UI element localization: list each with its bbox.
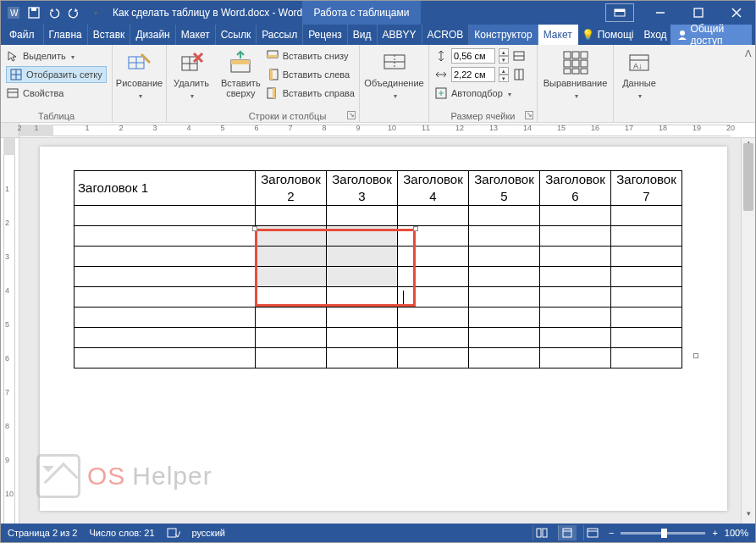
table-cell[interactable] bbox=[74, 247, 256, 267]
tab-table-design[interactable]: Конструктор bbox=[469, 25, 538, 45]
status-words[interactable]: Число слов: 21 bbox=[89, 528, 154, 538]
tellme-icon[interactable]: 💡 bbox=[582, 29, 594, 41]
ribbon-display-options-icon[interactable] bbox=[605, 3, 634, 22]
table-header-cell[interactable]: Заголовок5 bbox=[469, 171, 540, 206]
zoom-in-icon[interactable]: + bbox=[712, 528, 717, 538]
insert-below-button[interactable]: Вставить снизу bbox=[266, 47, 355, 64]
table-cell[interactable] bbox=[398, 328, 469, 348]
spin-down-icon[interactable]: ▾ bbox=[499, 75, 509, 82]
table-cell[interactable] bbox=[469, 287, 540, 308]
table-cell[interactable] bbox=[469, 247, 540, 267]
table-cell[interactable] bbox=[540, 247, 611, 267]
row-height-field[interactable]: ▴▾ bbox=[434, 47, 532, 64]
table-cell[interactable] bbox=[256, 267, 327, 287]
table-cell[interactable] bbox=[398, 348, 469, 368]
tab-design[interactable]: Дизайн bbox=[130, 25, 175, 45]
insert-above-button[interactable]: Вставить сверху bbox=[221, 47, 261, 98]
table-cell[interactable] bbox=[327, 348, 398, 368]
table-cell[interactable] bbox=[327, 287, 398, 308]
table-cell[interactable] bbox=[611, 308, 682, 328]
tab-table-layout[interactable]: Макет bbox=[538, 25, 578, 45]
dialog-launcher-icon[interactable]: ↘ bbox=[347, 111, 356, 119]
table-cell[interactable] bbox=[74, 328, 256, 348]
tab-review[interactable]: Реценз bbox=[303, 25, 348, 45]
maximize-button[interactable] bbox=[679, 1, 717, 25]
document-table[interactable]: Заголовок 1Заголовок2Заголовок3Заголовок… bbox=[74, 170, 682, 368]
tab-insert[interactable]: Вставк bbox=[88, 25, 131, 45]
table-cell[interactable] bbox=[398, 287, 469, 308]
document-canvas[interactable]: Заголовок 1Заголовок2Заголовок3Заголовок… bbox=[19, 138, 741, 524]
table-header-cell[interactable]: Заголовок 1 bbox=[74, 171, 256, 206]
minimize-button[interactable] bbox=[641, 1, 679, 25]
table-cell[interactable] bbox=[611, 267, 682, 287]
select-button[interactable]: Выделить bbox=[6, 47, 107, 64]
scrollbar-vertical[interactable]: ▴ ▾ bbox=[741, 138, 755, 524]
table-cell[interactable] bbox=[540, 308, 611, 328]
resize-handle-icon[interactable] bbox=[413, 226, 418, 231]
table-cell[interactable] bbox=[611, 328, 682, 348]
table-cell[interactable] bbox=[469, 308, 540, 328]
table-header-cell[interactable]: Заголовок2 bbox=[256, 171, 327, 206]
distribute-rows-icon[interactable] bbox=[512, 49, 526, 63]
table-cell[interactable] bbox=[74, 226, 256, 247]
spin-up-icon[interactable]: ▴ bbox=[499, 67, 509, 75]
spellcheck-icon[interactable] bbox=[167, 527, 180, 539]
table-cell[interactable] bbox=[469, 348, 540, 368]
col-width-input[interactable] bbox=[451, 67, 495, 82]
row-height-input[interactable] bbox=[451, 48, 495, 64]
table-cell[interactable] bbox=[256, 206, 327, 226]
table-cell[interactable] bbox=[327, 328, 398, 348]
view-print-icon[interactable] bbox=[558, 525, 577, 540]
table-cell[interactable] bbox=[398, 226, 469, 247]
table-cell[interactable] bbox=[256, 348, 327, 368]
distribute-cols-icon[interactable] bbox=[512, 68, 526, 81]
table-cell[interactable] bbox=[469, 328, 540, 348]
table-cell[interactable] bbox=[74, 267, 256, 287]
table-cell[interactable] bbox=[540, 226, 611, 247]
table-cell[interactable] bbox=[540, 348, 611, 368]
data-button[interactable]: A↓ Данные bbox=[619, 47, 659, 102]
alignment-button[interactable]: Выравнивание bbox=[553, 47, 599, 102]
ruler-vertical[interactable]: 12345678910 bbox=[1, 138, 19, 524]
table-cell[interactable] bbox=[611, 287, 682, 308]
table-cell[interactable] bbox=[540, 267, 611, 287]
table-cell[interactable] bbox=[398, 267, 469, 287]
table-cell[interactable] bbox=[398, 206, 469, 226]
table-cell[interactable] bbox=[611, 348, 682, 368]
signin-label[interactable]: Вход bbox=[643, 29, 666, 41]
save-icon[interactable] bbox=[26, 5, 41, 20]
zoom-out-icon[interactable]: − bbox=[609, 528, 614, 538]
table-cell[interactable] bbox=[327, 226, 398, 247]
delete-button[interactable]: Удалить bbox=[172, 47, 211, 102]
zoom-slider[interactable] bbox=[621, 532, 705, 535]
table-resize-handle-icon[interactable] bbox=[693, 353, 698, 358]
table-cell[interactable] bbox=[540, 206, 611, 226]
table-cell[interactable] bbox=[74, 287, 256, 308]
redo-icon[interactable] bbox=[67, 5, 82, 20]
table-cell[interactable] bbox=[327, 247, 398, 267]
spin-up-icon[interactable]: ▴ bbox=[499, 48, 509, 56]
status-language[interactable]: русский bbox=[192, 528, 225, 538]
insert-left-button[interactable]: Вставить слева bbox=[266, 66, 355, 83]
dialog-launcher-icon[interactable]: ↘ bbox=[525, 111, 533, 119]
table-cell[interactable] bbox=[398, 308, 469, 328]
table-cell[interactable] bbox=[611, 247, 682, 267]
table-cell[interactable] bbox=[327, 308, 398, 328]
view-web-icon[interactable] bbox=[583, 525, 602, 540]
status-page[interactable]: Страница 2 из 2 bbox=[8, 528, 77, 538]
table-cell[interactable] bbox=[327, 206, 398, 226]
table-header-cell[interactable]: Заголовок6 bbox=[540, 171, 611, 206]
zoom-level[interactable]: 100% bbox=[725, 528, 748, 538]
table-header-cell[interactable]: Заголовок4 bbox=[398, 171, 469, 206]
ruler-horizontal[interactable]: 211234567891011121314151617181920 bbox=[1, 123, 755, 138]
table-cell[interactable] bbox=[540, 287, 611, 308]
table-cell[interactable] bbox=[469, 267, 540, 287]
table-cell[interactable] bbox=[611, 206, 682, 226]
tab-references[interactable]: Ссылк bbox=[216, 25, 257, 45]
table-cell[interactable] bbox=[74, 348, 256, 368]
scroll-down-icon[interactable]: ▾ bbox=[742, 509, 755, 524]
table-cell[interactable] bbox=[256, 328, 327, 348]
undo-icon[interactable] bbox=[47, 5, 62, 20]
autofit-button[interactable]: Автоподбор bbox=[434, 85, 532, 102]
share-button[interactable]: Общий доступ bbox=[670, 25, 752, 45]
